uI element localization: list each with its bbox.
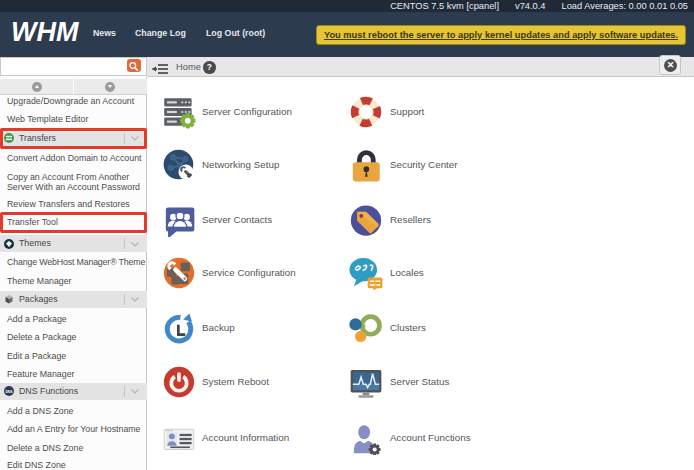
svg-text:DNS: DNS xyxy=(5,390,13,394)
